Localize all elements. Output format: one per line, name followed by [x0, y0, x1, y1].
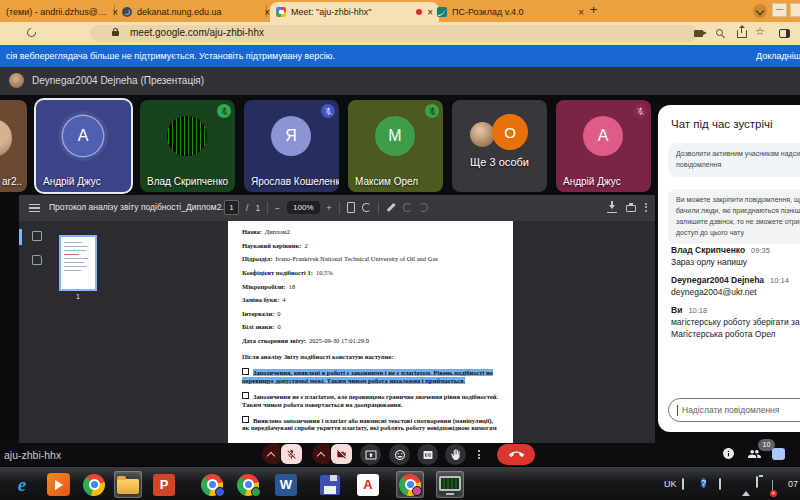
bookmark-star-icon[interactable]: ☆: [755, 25, 765, 38]
language-indicator[interactable]: UK: [664, 479, 677, 500]
participant-name: Андрій Джус: [43, 176, 101, 187]
page-total: 1: [255, 203, 260, 213]
doc-field: Дата створення звіту:2025-09-30 17:01:29…: [242, 337, 499, 345]
tray-expand-icon[interactable]: [742, 481, 750, 500]
taskbar-file-explorer[interactable]: [114, 471, 142, 498]
taskbar-powerpoint[interactable]: P: [150, 471, 178, 498]
tab-title: ПС-Розклад v.4.0: [452, 7, 573, 17]
window-minimize-button[interactable]: —: [772, 3, 787, 17]
chat-permission-toggle[interactable]: Дозволити активним учасникам надсилати п…: [668, 143, 800, 177]
message-text: магістерську роботу зберігати за назвою …: [671, 317, 800, 341]
checkbox-icon: [242, 416, 249, 423]
new-tab-button[interactable]: +: [586, 3, 601, 18]
tab-mail[interactable]: (теми) - andrii.dzhus@nung ×: [0, 2, 124, 22]
help-tray-icon[interactable]: ?: [701, 477, 706, 500]
zoom-in-button[interactable]: +: [327, 203, 332, 213]
taskbar-chrome-profile-1[interactable]: [198, 471, 226, 498]
window-maximize-button[interactable]: [790, 3, 800, 17]
doc-option-text-highlighted: Запозичення, виявлені в роботі є законни…: [242, 369, 493, 384]
participant-tile-andrii-dzhus[interactable]: А Андрій Джус: [36, 100, 131, 192]
zoom-out-button[interactable]: −: [275, 203, 280, 213]
taskbar-save-app[interactable]: [316, 471, 344, 498]
mic-muted-icon: [321, 104, 335, 118]
chat-pin-note: Ви можете закріпити повідомлення, щоб йо…: [668, 189, 800, 244]
presenter-label: Deynegar2004 Dejneha (Презентація): [32, 75, 204, 86]
outline-view-icon[interactable]: [32, 255, 42, 265]
tray-device-icon[interactable]: [719, 479, 721, 500]
meeting-info-button[interactable]: [722, 447, 735, 460]
taskbar-chrome-profile-2[interactable]: [234, 471, 262, 498]
fit-page-icon[interactable]: [347, 202, 355, 213]
tab-meet-active[interactable]: Meet: "aju-zhbi-hhx" ×: [270, 2, 439, 22]
mic-options-chevron[interactable]: [262, 444, 280, 464]
toggle-label: Дозволити активним учасникам надсилати п…: [676, 150, 800, 168]
leave-call-button[interactable]: [497, 444, 535, 465]
redo-icon[interactable]: [419, 203, 428, 212]
camera-permission-icon[interactable]: [694, 30, 703, 37]
taskbar-internet-explorer[interactable]: e: [8, 471, 36, 498]
share-icon[interactable]: [737, 30, 747, 38]
annotate-pen-icon[interactable]: [386, 203, 395, 212]
taskbar-adobe-reader[interactable]: A: [354, 471, 382, 498]
word-icon: W: [275, 474, 297, 496]
raise-hand-button[interactable]: [445, 444, 466, 465]
avatar: O: [492, 114, 528, 150]
download-icon[interactable]: [607, 201, 617, 213]
message-author: Влад Скрипченко09:35: [671, 245, 800, 255]
action-center-flag-icon[interactable]: [772, 480, 773, 500]
taskbar-chrome[interactable]: [80, 471, 108, 498]
page-thumbnail[interactable]: [59, 235, 97, 291]
side-panel-icon[interactable]: [779, 29, 790, 38]
participant-tile-andrii-dzhus-2[interactable]: А Андрій Джус: [556, 100, 651, 192]
participant-tile-more-people[interactable]: O Ще 3 особи: [452, 100, 547, 192]
undo-icon[interactable]: [403, 203, 412, 212]
participant-tile-maksym-orel[interactable]: М Максим Орел: [348, 100, 443, 192]
participant-tile-partial[interactable]: ar2..: [0, 100, 27, 192]
participant-tile-vlad-skrypchenko[interactable]: Влад Скрипченко: [140, 100, 235, 192]
checkbox-icon: [242, 368, 249, 375]
more-people-label: Ще 3 особи: [452, 156, 547, 168]
url-text[interactable]: meet.google.com/aju-zhbi-hhx: [130, 27, 264, 38]
tab-search-chevron-icon[interactable]: [753, 4, 767, 18]
more-options-icon[interactable]: [645, 203, 647, 212]
tab-rozklad[interactable]: ПС-Розклад v.4.0 ×: [431, 2, 590, 22]
tab-close-icon[interactable]: ×: [578, 7, 584, 18]
camera-options-chevron[interactable]: [312, 444, 330, 464]
reload-icon[interactable]: [25, 26, 38, 39]
more-options-button[interactable]: [473, 444, 485, 465]
chat-message-field[interactable]: [680, 404, 794, 416]
meeting-code: aju-zhbi-hhx: [4, 449, 61, 461]
rotate-icon[interactable]: [362, 203, 371, 212]
thumbnails-view-icon[interactable]: [32, 231, 42, 241]
menu-icon[interactable]: [29, 204, 40, 212]
chat-panel-button[interactable]: [772, 448, 785, 460]
participant-tile-yaroslav-koshelenko[interactable]: Я Ярослав Кошеленко: [244, 100, 339, 192]
taskbar-word[interactable]: W: [272, 471, 300, 498]
media-player-icon: [47, 473, 70, 496]
chat-input[interactable]: [668, 398, 800, 422]
adobe-pdf-icon: A: [357, 474, 379, 496]
tray-clipboard-icon[interactable]: [756, 477, 758, 500]
tab-dekanat[interactable]: dekanat.nung.edu.ua ×: [116, 2, 276, 22]
reactions-button[interactable]: [389, 444, 410, 465]
chat-panel: Чат під час зустрічі Дозволити активним …: [658, 105, 800, 432]
message-time: 10:18: [688, 306, 707, 315]
chat-title: Чат під час зустрічі: [671, 118, 773, 130]
clock[interactable]: 07: [788, 479, 798, 500]
taskbar-chrome-profile-3-active[interactable]: [396, 471, 424, 498]
search-icon[interactable]: [716, 29, 723, 36]
camera-off-button[interactable]: [331, 444, 352, 464]
notice-learn-more-link[interactable]: Докладніше: [756, 51, 800, 61]
captions-button[interactable]: [417, 444, 438, 465]
keyboard-layout-icon[interactable]: [682, 479, 684, 500]
doc-option-3: Виявлено запозичення і плагіат або навми…: [242, 416, 499, 433]
pin-note-text: Ви можете закріпити повідомлення, щоб йо…: [676, 196, 800, 236]
activities-button[interactable]: [796, 444, 800, 465]
page-number-input[interactable]: 1: [224, 200, 239, 215]
pdf-toolbar: Протокол аналізу звіту подібності_Диплом…: [19, 195, 655, 221]
taskbar-remote-screen-active[interactable]: [436, 471, 464, 498]
mic-muted-button[interactable]: [281, 444, 302, 464]
print-icon[interactable]: [626, 205, 636, 212]
taskbar-media-player[interactable]: [44, 471, 72, 498]
present-screen-button[interactable]: [360, 444, 381, 465]
